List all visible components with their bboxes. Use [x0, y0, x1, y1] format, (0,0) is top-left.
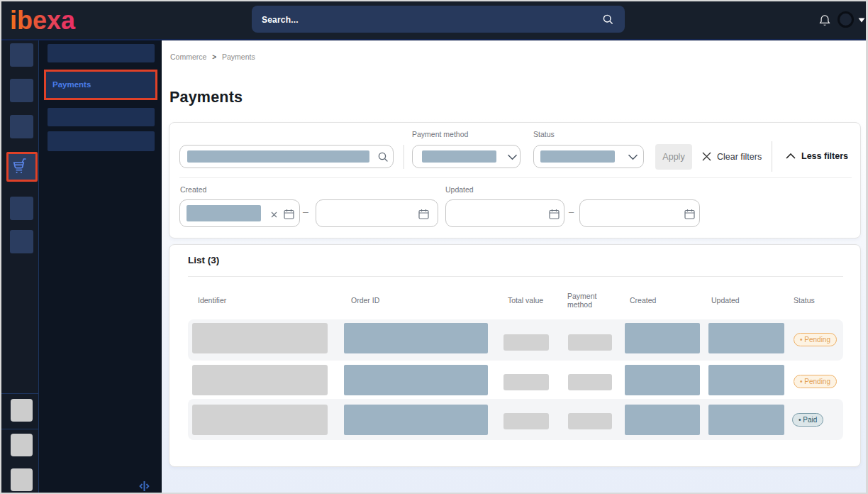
svg-text:ibexa: ibexa	[10, 9, 76, 32]
